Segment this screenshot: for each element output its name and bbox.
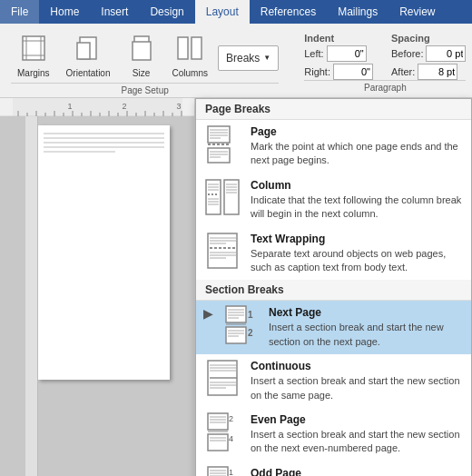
columns-button[interactable]: Columns [166, 29, 214, 83]
indent-right-label: Right: [304, 66, 330, 77]
svg-rect-87 [208, 413, 228, 430]
tab-mailings[interactable]: Mailings [327, 0, 388, 24]
svg-text:1: 1 [67, 102, 72, 111]
orientation-icon [74, 34, 103, 66]
orientation-label: Orientation [66, 68, 111, 78]
spacing-section: Spacing Before: After: [391, 33, 466, 80]
tab-insert[interactable]: Insert [90, 0, 139, 24]
break-evenpage-title: Even Page [251, 413, 464, 426]
break-nextpage-text: Next Page Insert a section break and sta… [269, 306, 464, 349]
size-label: Size [133, 68, 150, 78]
break-oddpage-item[interactable]: 1 3 Odd Page Insert a section break and … [196, 461, 471, 476]
tab-design[interactable]: Design [139, 0, 194, 24]
tab-home[interactable]: Home [39, 0, 90, 24]
spacing-after-group: After: [391, 64, 466, 80]
svg-rect-6 [77, 43, 90, 59]
indent-spacing-footer: Paragraph [304, 80, 466, 93]
tab-references[interactable]: References [250, 0, 327, 24]
svg-rect-10 [192, 37, 202, 59]
svg-rect-36 [208, 126, 230, 143]
break-page-icon [203, 125, 241, 164]
break-nextpage-title: Next Page [269, 306, 464, 319]
break-column-title: Column [251, 179, 464, 192]
break-column-text: Column Indicate that the text following … [251, 179, 464, 222]
margins-label: Margins [17, 68, 50, 78]
break-continuous-title: Continuous [251, 360, 464, 372]
tab-layout[interactable]: Layout [195, 0, 250, 24]
breaks-label: Breaks [226, 52, 260, 64]
svg-text:4: 4 [229, 434, 233, 443]
margins-button[interactable]: Margins [11, 29, 56, 83]
svg-text:1: 1 [229, 468, 233, 476]
indent-spacing-group: Indent Left: Right: Spacing Before: Afte… [299, 27, 471, 94]
page-setup-items: Margins Orientation [11, 29, 279, 83]
break-page-text: Page Mark the point at which one page en… [251, 125, 464, 168]
svg-text:2: 2 [122, 102, 126, 111]
margins-icon [19, 34, 48, 66]
svg-rect-93 [208, 434, 228, 451]
break-column-icon [203, 179, 241, 217]
spacing-before-group: Before: [391, 45, 466, 62]
spacing-after-input[interactable] [418, 64, 457, 80]
indent-right-group: Right: [304, 64, 373, 80]
svg-rect-12 [13, 98, 182, 116]
break-column-item[interactable]: Column Indicate that the text following … [196, 174, 471, 227]
break-page-item[interactable]: Page Mark the point at which one page en… [196, 120, 471, 174]
page-setup-label: Page Setup [11, 83, 279, 95]
break-nextpage-desc: Insert a section break and start the new… [269, 321, 464, 349]
break-textwrap-icon [203, 233, 241, 271]
orientation-button[interactable]: Orientation [60, 29, 117, 83]
horizontal-ruler: 1 2 3 [0, 98, 194, 116]
columns-label: Columns [172, 68, 208, 78]
page-setup-group: Margins Orientation [5, 27, 284, 94]
breaks-dropdown-menu: Page Breaks Page Mark th [195, 98, 472, 476]
document-area: 1 2 3 [0, 98, 195, 476]
break-textwrap-item[interactable]: Text Wrapping Separate text around objec… [196, 227, 471, 281]
document-page [38, 125, 170, 380]
break-evenpage-text: Even Page Insert a section break and sta… [251, 413, 464, 456]
indent-section: Indent Left: Right: [304, 33, 373, 80]
indent-title: Indent [304, 33, 373, 44]
breaks-dropdown-icon: ▼ [263, 54, 270, 62]
spacing-title: Spacing [391, 33, 466, 44]
size-icon [127, 34, 156, 66]
spacing-after-label: After: [391, 66, 415, 77]
break-evenpage-item[interactable]: 2 4 Even Page Insert a section break and… [196, 408, 471, 461]
svg-rect-9 [178, 37, 188, 59]
indent-left-input[interactable] [327, 45, 367, 62]
break-textwrap-text: Text Wrapping Separate text around objec… [251, 233, 464, 275]
break-continuous-icon [203, 360, 241, 398]
break-nextpage-item[interactable]: ▶ 1 2 Next Page [196, 301, 471, 354]
break-continuous-desc: Insert a section break and start the new… [251, 374, 464, 402]
break-continuous-text: Continuous Insert a section break and st… [251, 360, 464, 402]
break-nextpage-icon: 1 2 [221, 306, 260, 344]
ribbon-toolbar: Margins Orientation [0, 24, 472, 98]
spacing-before-label: Before: [391, 48, 423, 59]
indent-left-label: Left: [304, 48, 323, 59]
svg-text:2: 2 [229, 414, 233, 423]
page-content-area [0, 116, 194, 476]
section-breaks-header: Section Breaks [196, 280, 471, 301]
spacing-before-input[interactable] [426, 45, 466, 62]
break-evenpage-desc: Insert a section break and start the new… [251, 428, 464, 456]
columns-icon [175, 34, 204, 66]
indent-left-group: Left: [304, 45, 373, 62]
break-evenpage-icon: 2 4 [203, 413, 241, 451]
break-oddpage-text: Odd Page Insert a section break and star… [251, 467, 464, 476]
tab-review[interactable]: Review [388, 0, 446, 24]
break-textwrap-desc: Separate text around objects on web page… [251, 247, 464, 275]
breaks-button[interactable]: Breaks ▼ [218, 45, 279, 71]
indent-right-input[interactable] [333, 64, 373, 80]
svg-rect-74 [226, 327, 246, 343]
svg-rect-97 [208, 467, 228, 476]
break-continuous-item[interactable]: Continuous Insert a section break and st… [196, 354, 471, 408]
break-oddpage-title: Odd Page [251, 467, 464, 476]
break-column-desc: Indicate that the text following the col… [251, 193, 464, 222]
main-area: 1 2 3 Page Breaks [0, 98, 472, 476]
svg-rect-67 [226, 306, 246, 322]
svg-rect-54 [224, 180, 239, 214]
size-button[interactable]: Size [121, 29, 162, 83]
svg-text:3: 3 [176, 102, 181, 111]
page-breaks-header: Page Breaks [196, 99, 471, 120]
tab-file[interactable]: File [0, 0, 39, 24]
